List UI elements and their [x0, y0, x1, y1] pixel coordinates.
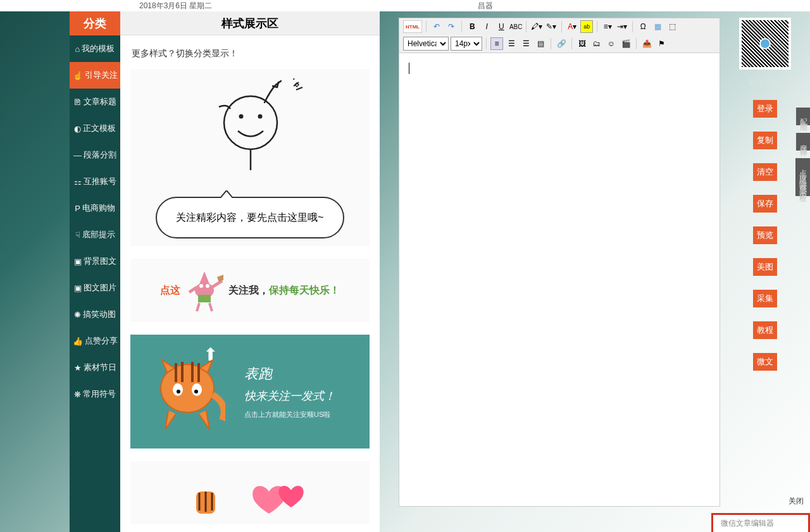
align-right-button[interactable]: ☰ — [520, 37, 532, 50]
align-justify-button[interactable]: ▤ — [534, 37, 547, 50]
sidebar-label-1: 引导关注 — [85, 70, 118, 81]
magic-wand-toggle[interactable]: 魔法棒 — [796, 133, 811, 151]
sidebar-icon-1: ☝ — [73, 71, 83, 80]
image-button[interactable]: 🖼 — [576, 37, 589, 50]
text-cursor — [409, 63, 409, 74]
editor-toolbar: HTML ↶ ↷ B I U ABC 🖍▾ ✎▾ A▾ ab ≡▾ ⇥▾ Ω — [399, 18, 720, 53]
sidebar-item-1[interactable]: ☝引导关注 — [70, 62, 120, 89]
sidebar-icon-3: ◐ — [74, 124, 81, 133]
cat-icon — [149, 350, 225, 433]
editor-content-area[interactable] — [399, 53, 720, 506]
patrick-icon — [185, 268, 223, 312]
strikethrough-button[interactable]: ABC — [509, 20, 522, 33]
sidebar-label-3: 正文模板 — [83, 123, 116, 134]
sidebar-icon-4: — — [73, 151, 82, 160]
sidebar-item-6[interactable]: P电商购物 — [70, 195, 120, 221]
svg-point-5 — [199, 284, 203, 288]
close-hint[interactable]: 关闭 — [788, 496, 804, 507]
sidebar-icon-0: ⌂ — [75, 44, 80, 54]
special-char-button[interactable]: Ω — [637, 20, 649, 33]
table-button[interactable]: ▦ — [651, 20, 664, 33]
action-button-预览[interactable]: 预览 — [753, 226, 777, 244]
action-button-教程[interactable]: 教程 — [753, 321, 777, 339]
sidebar-label-13: 常用符号 — [83, 388, 116, 400]
svg-rect-7 — [217, 274, 223, 281]
action-button-登录[interactable]: 登录 — [753, 100, 777, 118]
action-button-采集[interactable]: 采集 — [753, 290, 777, 307]
sidebar-item-0[interactable]: ⌂我的模板 — [70, 35, 120, 62]
html-source-button[interactable]: HTML — [403, 20, 422, 33]
sidebar-label-8: 背景图文 — [84, 256, 116, 267]
sidebar-icon-9: ▣ — [74, 283, 82, 293]
svg-point-0 — [224, 96, 277, 149]
redo-button[interactable]: ↷ — [445, 20, 458, 33]
style-subtitle: 更多样式？切换分类显示！ — [120, 35, 380, 69]
sidebar-item-7[interactable]: ☟底部提示 — [70, 221, 120, 248]
sidebar-icon-6: P — [75, 204, 80, 213]
svg-point-1 — [239, 114, 244, 119]
sidebar-icon-5: ⚏ — [74, 177, 82, 187]
sidebar-item-9[interactable]: ▣图文图片 — [70, 275, 120, 301]
action-button-清空[interactable]: 清空 — [753, 163, 777, 181]
sidebar-icon-10: ✺ — [74, 310, 81, 319]
template-hearts[interactable] — [130, 461, 370, 524]
underline-button[interactable]: U — [495, 20, 508, 33]
undo-button[interactable]: ↶ — [430, 20, 443, 33]
sidebar-item-11[interactable]: 👍点赞分享 — [70, 328, 120, 354]
action-button-美图[interactable]: 美图 — [753, 258, 777, 276]
video-button[interactable]: 🎬 — [620, 37, 632, 50]
template-cat[interactable]: ⬆ 表跑 快来关注一发式！ 点击上 — [130, 335, 370, 448]
sidebar-label-6: 电商购物 — [82, 202, 115, 214]
action-button-微文[interactable]: 微文 — [753, 353, 777, 371]
link-button[interactable]: 🔗 — [555, 37, 568, 50]
highlight-button[interactable]: ab — [580, 20, 593, 33]
font-select[interactable]: Helvetica N — [403, 37, 449, 51]
emoji-button[interactable]: ☺ — [605, 37, 618, 50]
flag-button[interactable]: ⚑ — [655, 37, 668, 50]
guide-link[interactable]: 新手导航 — [749, 77, 782, 89]
sidebar-item-13[interactable]: ❋常用符号 — [70, 381, 120, 407]
action-button-保存[interactable]: 保存 — [753, 195, 777, 213]
svg-rect-4 — [198, 295, 211, 302]
fontsize-select[interactable]: 14px — [451, 37, 482, 51]
color-palette-toggle[interactable]: 配色图 — [796, 108, 811, 125]
top-center-label: 昌器 — [478, 1, 493, 11]
svg-point-10 — [192, 383, 202, 396]
template-stickfigure[interactable]: 关注精彩内容，要先点击这里哦~ — [130, 69, 370, 246]
line-height-button[interactable]: ≡▾ — [601, 20, 614, 33]
bottom-app-label: 微信文章编辑器 — [711, 513, 810, 532]
sidebar-item-4[interactable]: —段落分割 — [70, 142, 120, 168]
sidebar-item-10[interactable]: ✺搞笑动图 — [70, 301, 120, 328]
style-display-panel: 样式展示区 更多样式？切换分类显示！ 关注精彩内容，要先点击这里哦~ — [120, 11, 380, 532]
sidebar-item-2[interactable]: 🖹文章标题 — [70, 89, 120, 115]
t2-text-a: 点这 — [160, 284, 180, 297]
qr-code[interactable] — [739, 18, 791, 70]
sidebar-item-8[interactable]: ▣背景图文 — [70, 248, 120, 275]
template-patrick[interactable]: 点这 关注我， 保持每天快乐！ — [130, 259, 370, 322]
background-color-button[interactable]: 🖍▾ — [530, 20, 543, 33]
format-brush-button[interactable]: ✎▾ — [545, 20, 558, 33]
sidebar-label-10: 搞笑动图 — [83, 309, 116, 320]
editor-panel: HTML ↶ ↷ B I U ABC 🖍▾ ✎▾ A▾ ab ≡▾ ⇥▾ Ω — [399, 18, 720, 507]
style-header: 样式展示区 — [120, 11, 380, 35]
sidebar-item-5[interactable]: ⚏互推账号 — [70, 168, 120, 195]
action-button-复制[interactable]: 复制 — [753, 132, 777, 149]
indent-button[interactable]: ⇥▾ — [616, 20, 628, 33]
t2-text-b: 关注我， — [228, 284, 269, 297]
t2-text-c: 保持每天快乐！ — [269, 284, 340, 297]
sidebar-label-5: 互推账号 — [84, 176, 116, 187]
sidebar-label-7: 底部提示 — [82, 229, 115, 240]
align-left-button[interactable]: ≡ — [490, 37, 503, 50]
align-center-button[interactable]: ☰ — [505, 37, 518, 50]
t3-small: 点击上方就能关注安顺US啦 — [244, 410, 351, 419]
multi-image-button[interactable]: 🗂 — [590, 37, 603, 50]
insert-button[interactable]: ⬚ — [666, 20, 678, 33]
font-color-button[interactable]: A▾ — [566, 20, 578, 33]
italic-button[interactable]: I — [480, 20, 493, 33]
upload-button[interactable]: 📤 — [640, 37, 653, 50]
sidebar-item-3[interactable]: ◐正文模板 — [70, 115, 120, 142]
sidebar-icon-11: 👍 — [73, 337, 83, 346]
bold-button[interactable]: B — [466, 20, 478, 33]
sidebar-item-12[interactable]: ★素材节日 — [70, 354, 120, 381]
panel-toggle[interactable]: 点击这里隐藏或显示面板 — [795, 158, 810, 196]
